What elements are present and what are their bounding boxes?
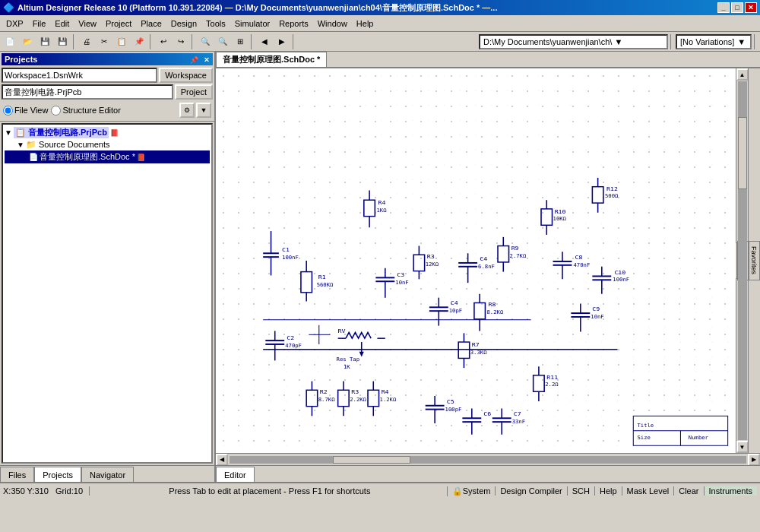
design-compiler-label: Design Compiler — [500, 486, 562, 496]
clear-btn[interactable]: Clear — [673, 486, 703, 496]
schdoc-modified-icon: 📕 — [137, 154, 145, 161]
tb-paste[interactable]: 📌 — [131, 33, 147, 50]
svg-text:C4: C4 — [480, 255, 487, 262]
favorites-panel-btn[interactable]: Favorites — [749, 241, 760, 280]
svg-text:C4: C4 — [451, 300, 458, 307]
view-row: File View Structure Editor ⚙ ▼ — [2, 101, 213, 119]
svg-text:R3: R3 — [427, 253, 435, 260]
workspace-combo[interactable] — [2, 68, 157, 83]
tb-save-all[interactable]: 💾 — [54, 33, 71, 50]
panel-settings-btn[interactable]: ⚙ — [179, 103, 195, 118]
title-text: Altium Designer Release 10 (Platform 10.… — [17, 2, 497, 14]
menu-help[interactable]: Help — [352, 17, 378, 30]
svg-text:C5: C5 — [447, 398, 454, 405]
svg-text:3.3KΩ: 3.3KΩ — [470, 349, 487, 356]
schdoc-tab-label: 音量控制原理图.SchDoc * — [223, 54, 320, 65]
scroll-down-btn[interactable]: ▼ — [736, 441, 749, 453]
menu-edit[interactable]: Edit — [50, 17, 74, 30]
svg-text:100pF: 100pF — [445, 406, 462, 413]
no-variations-label: [No Variations] — [680, 37, 734, 46]
minimize-button[interactable]: _ — [717, 2, 730, 13]
panel-pin-btn[interactable]: 📌 — [190, 56, 198, 64]
help-panel-btn[interactable]: Help — [594, 486, 622, 496]
panel-title: Projects — [5, 55, 37, 64]
tb-back[interactable]: ◀ — [256, 33, 273, 50]
workspace-button[interactable]: Workspace — [159, 68, 213, 83]
svg-text:8.2KΩ: 8.2KΩ — [487, 309, 504, 315]
h-scroll-thumb[interactable] — [333, 456, 410, 464]
title-bar-controls[interactable]: _ □ ✕ — [717, 2, 757, 13]
files-tab[interactable]: Files — [0, 467, 34, 482]
no-variations-box[interactable]: [No Variations] ▼ — [676, 34, 752, 49]
h-scroll-track[interactable] — [230, 456, 746, 464]
menu-place[interactable]: Place — [136, 17, 166, 30]
structure-editor-radio-label[interactable]: Structure Editor — [51, 106, 120, 116]
schematic-canvas[interactable]: C1 100nF R1 560KΩ C2 470pF — [216, 68, 736, 453]
project-combo[interactable] — [2, 84, 173, 100]
projects-tab[interactable]: Projects — [34, 467, 81, 482]
tb-undo[interactable]: ↩ — [155, 33, 172, 50]
svg-text:R7: R7 — [472, 341, 480, 348]
tb-open[interactable]: 📂 — [19, 33, 36, 50]
tb-cut[interactable]: ✂ — [96, 33, 112, 50]
v-scroll-thumb[interactable] — [738, 117, 747, 188]
tree-item-schdoc[interactable]: 📄 音量控制原理图.SchDoc * 📕 — [5, 150, 210, 163]
tree-item-source-docs[interactable]: ▼ 📁 Source Documents — [5, 139, 210, 150]
menu-window[interactable]: Window — [313, 17, 352, 30]
menu-tools[interactable]: Tools — [201, 17, 230, 30]
project-button[interactable]: Project — [175, 84, 213, 100]
help-label: Help — [600, 486, 617, 496]
svg-text:C9: C9 — [592, 306, 600, 312]
file-view-radio[interactable] — [3, 106, 13, 116]
grid-label: Grid:10 — [55, 486, 83, 496]
menu-design[interactable]: Design — [166, 17, 201, 30]
svg-text:6.8nF: 6.8nF — [478, 263, 495, 270]
schdoc-tab[interactable]: 音量控制原理图.SchDoc * — [216, 52, 327, 67]
menu-file[interactable]: File — [28, 17, 51, 30]
scroll-left-btn[interactable]: ◀ — [216, 454, 228, 466]
panel-close-btn[interactable]: ✕ — [204, 56, 210, 64]
panel-dropdown-btn[interactable]: ▼ — [196, 103, 211, 118]
menu-view[interactable]: View — [74, 17, 101, 30]
sch-panel-btn[interactable]: SCH — [567, 486, 594, 496]
tree-item-proj[interactable]: ▼ 📋 音量控制电路.PrjPcb 📕 — [5, 126, 210, 139]
tb-new[interactable]: 📄 — [2, 33, 18, 50]
editor-tab[interactable]: Editor — [216, 467, 255, 482]
menu-project[interactable]: Project — [101, 17, 136, 30]
menu-simulator[interactable]: Simulator — [230, 17, 274, 30]
svg-text:2.2Ω: 2.2Ω — [545, 382, 558, 388]
tb-forward[interactable]: ▶ — [274, 33, 290, 50]
source-docs-expand-icon: ▼ — [17, 141, 24, 149]
tb-zoom-in[interactable]: 🔍 — [197, 33, 214, 50]
v-scroll-track[interactable] — [738, 81, 747, 440]
mask-level-btn[interactable]: Mask Level — [622, 486, 674, 496]
close-button[interactable]: ✕ — [745, 2, 757, 13]
system-panel-btn[interactable]: 🔒 System — [447, 486, 496, 496]
editor-tab-bar: Editor — [216, 465, 760, 482]
svg-text:470nF: 470nF — [574, 261, 591, 268]
document-tab-bar: 音量控制原理图.SchDoc * — [216, 52, 760, 68]
menu-dxp[interactable]: DXP — [2, 17, 28, 30]
main-area: Projects 📌 ✕ Workspace Project File View — [0, 52, 760, 482]
scroll-up-btn[interactable]: ▲ — [736, 68, 749, 81]
tb-redo[interactable]: ↪ — [173, 33, 189, 50]
menu-reports[interactable]: Reports — [274, 17, 313, 30]
file-view-radio-label[interactable]: File View — [3, 106, 48, 116]
tb-fit[interactable]: ⊞ — [232, 33, 249, 50]
scroll-right-btn[interactable]: ▶ — [748, 454, 760, 466]
v-scrollbar[interactable]: ▲ ▼ — [736, 68, 748, 453]
tb-print[interactable]: 🖨 — [78, 33, 95, 50]
h-scrollbar[interactable]: ◀ ▶ — [216, 453, 760, 465]
navigator-tab[interactable]: Navigator — [81, 467, 134, 482]
tb-copy[interactable]: 📋 — [113, 33, 130, 50]
design-compiler-panel-btn[interactable]: Design Compiler — [495, 486, 566, 496]
tb-zoom-out[interactable]: 🔍 — [214, 33, 231, 50]
svg-text:R2: R2 — [320, 388, 328, 395]
no-variations-arrow[interactable]: ▼ — [737, 37, 746, 46]
tb-save[interactable]: 💾 — [36, 33, 53, 50]
structure-editor-radio[interactable] — [51, 106, 61, 116]
instruments-panel-btn[interactable]: Instruments — [704, 486, 757, 496]
svg-text:500Ω: 500Ω — [605, 193, 618, 200]
svg-text:R12: R12 — [606, 185, 618, 192]
maximize-button[interactable]: □ — [731, 2, 743, 13]
